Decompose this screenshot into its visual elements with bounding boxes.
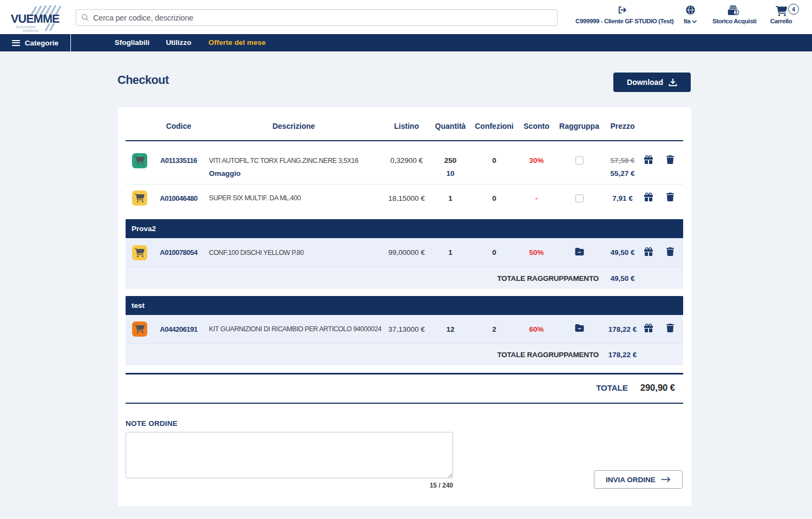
svg-text:Solutions: Solutions	[22, 28, 39, 32]
svg-text:VUEMME: VUEMME	[11, 12, 60, 25]
